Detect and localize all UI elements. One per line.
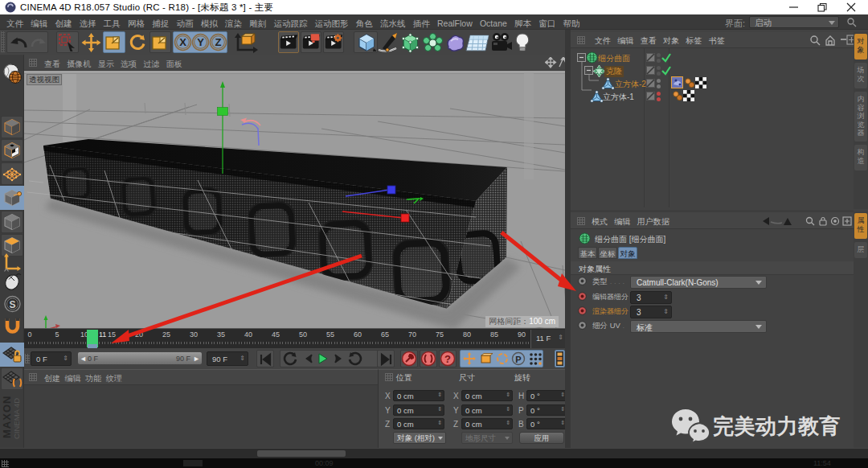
svg-text:X: X — [179, 36, 186, 48]
svg-text:Y: Y — [197, 36, 204, 48]
svg-text:MAXON: MAXON — [1, 396, 13, 438]
svg-text:P: P — [515, 355, 521, 364]
svg-text:?: ? — [444, 353, 451, 365]
svg-text:S: S — [9, 299, 15, 310]
svg-text:CINEMA 4D: CINEMA 4D — [12, 398, 21, 439]
svg-text:Z: Z — [215, 36, 222, 48]
